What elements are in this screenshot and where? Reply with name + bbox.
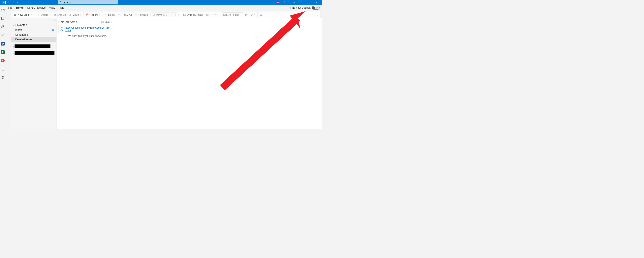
tab-view[interactable]: View bbox=[49, 6, 55, 10]
ribbon-tabs: File Home Send / Receive View Help Try t… bbox=[6, 5, 322, 11]
account-2[interactable]: › bbox=[11, 51, 56, 56]
powerpoint-app-icon[interactable]: P bbox=[1, 59, 5, 63]
tasks-app-icon[interactable] bbox=[1, 67, 5, 71]
word-app-icon[interactable]: W bbox=[1, 42, 5, 46]
svg-point-19 bbox=[246, 14, 246, 15]
svg-rect-16 bbox=[206, 15, 207, 16]
envelope-icon bbox=[183, 14, 186, 16]
reply-icon bbox=[105, 14, 107, 16]
svg-point-5 bbox=[3, 26, 4, 27]
reply-all-icon bbox=[118, 14, 120, 16]
tab-help[interactable]: Help bbox=[59, 6, 64, 10]
excel-app-icon[interactable]: X bbox=[1, 50, 5, 54]
outlook-app-icon: O bbox=[2, 1, 6, 4]
search-people-input[interactable]: Search People bbox=[222, 13, 243, 17]
new-email-button[interactable]: New Email▾ bbox=[12, 13, 34, 17]
report-button[interactable]: Report▾ bbox=[85, 13, 101, 17]
reply-button[interactable]: Reply bbox=[104, 13, 116, 17]
svg-point-0 bbox=[60, 2, 62, 3]
filter-icon bbox=[250, 14, 253, 16]
unread-read-button[interactable]: Unread/ Read bbox=[182, 13, 204, 17]
move-button[interactable]: Move▾ bbox=[68, 13, 82, 17]
move-icon bbox=[69, 14, 72, 16]
sync-icon[interactable] bbox=[8, 1, 10, 4]
ribbon-expand-button[interactable]: ⌄ bbox=[315, 14, 320, 16]
try-new-outlook-label: Try the new Outlook bbox=[287, 6, 310, 10]
calendar-app-icon[interactable] bbox=[1, 16, 5, 20]
sort-direction-icon[interactable]: ↑ bbox=[114, 21, 116, 23]
svg-rect-1 bbox=[305, 2, 306, 3]
undo-icon[interactable] bbox=[12, 1, 15, 4]
categories-icon bbox=[206, 14, 208, 16]
account-1[interactable]: › bbox=[11, 44, 56, 49]
address-book-button[interactable] bbox=[244, 13, 249, 17]
svg-point-4 bbox=[2, 26, 3, 27]
titlebar: O ▾ Search MP bbox=[0, 0, 322, 5]
archive-button[interactable]: Archive bbox=[52, 13, 67, 17]
toggle-state-label: Off bbox=[316, 7, 318, 9]
lightbulb-icon[interactable] bbox=[284, 1, 287, 4]
toggle-knob bbox=[312, 7, 315, 9]
app-bar: W X P bbox=[0, 5, 6, 129]
close-button[interactable] bbox=[313, 0, 320, 5]
svg-rect-9 bbox=[2, 78, 2, 79]
quick-access-dropdown-icon[interactable]: ▾ bbox=[17, 2, 18, 4]
chevron-right-icon: › bbox=[13, 45, 14, 47]
search-box[interactable]: Search bbox=[58, 1, 118, 5]
maximize-button[interactable] bbox=[302, 0, 309, 5]
svg-rect-13 bbox=[183, 14, 186, 16]
folder-inbox[interactable]: Inbox 19 bbox=[11, 28, 56, 33]
redacted-account-name bbox=[14, 51, 54, 55]
move-to-dropdown[interactable]: Move to: ? ▾ bbox=[152, 12, 177, 17]
trash-icon bbox=[37, 14, 40, 16]
mail-app-icon[interactable] bbox=[0, 8, 5, 12]
people-app-icon[interactable] bbox=[1, 25, 5, 29]
folder-deleted-items[interactable]: Deleted Items bbox=[11, 37, 56, 42]
delete-button[interactable]: Delete▾ bbox=[36, 13, 52, 17]
minimize-button[interactable] bbox=[291, 0, 298, 5]
forward-button[interactable]: Forward bbox=[134, 13, 149, 17]
svg-rect-3 bbox=[2, 17, 4, 20]
svg-rect-15 bbox=[208, 14, 208, 15]
folder-sent-items[interactable]: Sent Items bbox=[11, 33, 56, 37]
ribbon: New Email▾ Delete▾ Archive Move▾ bbox=[11, 11, 320, 18]
collapse-folder-pane-icon[interactable]: ‹ bbox=[54, 19, 55, 21]
info-icon: i bbox=[60, 27, 64, 31]
new-email-icon bbox=[14, 13, 17, 16]
chevron-right-icon: › bbox=[13, 52, 14, 54]
filter-email-button[interactable]: ▾ bbox=[249, 13, 256, 17]
search-placeholder: Search bbox=[64, 1, 72, 4]
sort-by-button[interactable]: By Date ⌄ bbox=[101, 21, 112, 23]
tab-home[interactable]: Home bbox=[16, 6, 24, 10]
categorize-button[interactable]: ▾ bbox=[205, 13, 212, 17]
user-avatar[interactable]: MP bbox=[276, 1, 280, 4]
immersive-reader-button[interactable] bbox=[259, 13, 264, 17]
svg-rect-14 bbox=[206, 14, 207, 15]
reply-all-button[interactable]: Reply All bbox=[117, 13, 133, 17]
folder-pane: ‹ ⌄ Favorites Inbox 19 Sent Items Delete… bbox=[11, 18, 56, 129]
reading-pane bbox=[118, 18, 322, 129]
recover-items-banner: i Recover items recently removed from th… bbox=[58, 25, 116, 33]
flag-button[interactable]: ▾ bbox=[212, 13, 220, 17]
folder-title: Deleted Items bbox=[58, 20, 77, 24]
svg-rect-12 bbox=[54, 14, 56, 15]
redacted-account-name bbox=[14, 45, 50, 48]
recover-items-link[interactable]: Recover items recently removed from this… bbox=[65, 26, 114, 32]
tab-file[interactable]: File bbox=[8, 6, 12, 10]
forward-icon bbox=[135, 14, 138, 16]
try-new-outlook-toggle[interactable]: Off bbox=[312, 6, 320, 10]
favorites-header[interactable]: ⌄ Favorites bbox=[11, 22, 56, 28]
svg-rect-8 bbox=[3, 76, 4, 77]
tab-send-receive[interactable]: Send / Receive bbox=[27, 6, 46, 10]
contact-icon bbox=[245, 14, 248, 16]
empty-list-message: We didn't find anything to show here. bbox=[58, 35, 117, 38]
inbox-unread-count: 19 bbox=[52, 28, 54, 32]
svg-rect-10 bbox=[3, 78, 4, 79]
reader-icon bbox=[260, 14, 263, 16]
chevron-down-icon: ⌄ bbox=[13, 24, 15, 26]
shield-icon bbox=[86, 14, 89, 16]
svg-rect-7 bbox=[2, 76, 2, 77]
svg-rect-17 bbox=[208, 15, 208, 16]
todo-app-icon[interactable] bbox=[1, 33, 5, 37]
more-apps-icon[interactable] bbox=[1, 76, 5, 80]
